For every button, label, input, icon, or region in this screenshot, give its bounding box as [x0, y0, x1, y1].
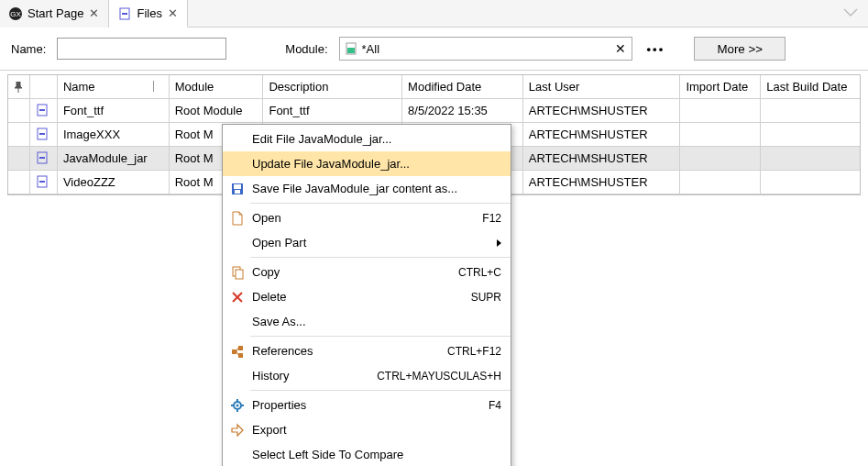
file-icon — [36, 175, 50, 190]
menu-separator — [250, 257, 511, 258]
menu-edit-file[interactable]: Edit File JavaModule_jar... — [223, 127, 511, 151]
module-icon — [344, 41, 358, 56]
svg-rect-11 — [39, 157, 45, 159]
svg-rect-21 — [238, 353, 243, 358]
gear-icon — [228, 396, 247, 415]
file-icon — [118, 7, 131, 20]
svg-rect-20 — [238, 346, 243, 350]
svg-rect-18 — [236, 270, 243, 279]
more-button[interactable]: More >> — [694, 37, 786, 61]
menu-open[interactable]: Open F12 — [223, 205, 511, 230]
column-name[interactable]: Name — [58, 75, 170, 99]
svg-point-23 — [236, 404, 239, 406]
svg-rect-3 — [122, 13, 127, 15]
module-value: *All — [362, 42, 610, 56]
svg-rect-19 — [232, 350, 236, 354]
file-icon — [36, 104, 50, 118]
column-description[interactable]: Description — [263, 75, 402, 99]
menu-separator — [250, 203, 511, 204]
copy-icon — [228, 263, 247, 282]
tab-files[interactable]: Files ✕ — [109, 0, 187, 28]
close-icon[interactable]: ✕ — [168, 6, 178, 20]
svg-rect-15 — [234, 184, 241, 189]
close-icon[interactable]: ✕ — [89, 6, 99, 20]
name-label: Name: — [11, 42, 46, 56]
grid-header: Name Module Description Modified Date La… — [8, 75, 860, 99]
menu-copy[interactable]: Copy CTRL+C — [223, 260, 511, 284]
tab-label: Files — [137, 6, 161, 20]
column-icon[interactable] — [30, 75, 58, 99]
svg-rect-7 — [39, 109, 45, 111]
menu-save-content-as[interactable]: Save File JavaModule_jar content as... — [223, 176, 511, 201]
svg-rect-5 — [347, 48, 355, 53]
pin-icon — [14, 82, 24, 93]
module-label: Module: — [285, 42, 327, 56]
blank-icon — [228, 367, 247, 385]
menu-separator — [250, 390, 511, 391]
column-last-user[interactable]: Last User — [523, 75, 681, 99]
menu-update-file[interactable]: Update File JavaModule_jar... — [223, 151, 511, 176]
blank-icon — [228, 130, 247, 149]
menu-delete[interactable]: Delete SUPR — [223, 284, 511, 309]
tab-label: Start Page — [27, 6, 83, 20]
blank-icon — [228, 234, 247, 252]
svg-rect-16 — [235, 190, 240, 194]
export-icon — [228, 421, 247, 439]
menu-compare[interactable]: Select Left Side To Compare — [223, 442, 511, 466]
context-menu: Edit File JavaModule_jar... Update File … — [222, 124, 511, 466]
save-icon — [228, 180, 247, 198]
table-row[interactable]: Font_ttf Root Module Font_ttf 8/5/2022 1… — [8, 99, 860, 123]
file-icon — [36, 128, 50, 142]
menu-references[interactable]: References CTRL+F12 — [223, 338, 511, 363]
clear-icon[interactable]: ✕ — [613, 41, 628, 56]
submenu-arrow-icon — [497, 239, 501, 247]
gx-logo-icon: GX — [9, 7, 22, 20]
filter-bar: Name: Module: *All ✕ ••• More >> — [0, 28, 868, 71]
column-last-build-date[interactable]: Last Build Date — [761, 75, 860, 99]
column-modified-date[interactable]: Modified Date — [402, 75, 523, 99]
ellipsis-button[interactable]: ••• — [643, 42, 669, 56]
column-pin[interactable] — [8, 75, 30, 99]
tab-start-page[interactable]: GX Start Page ✕ — [0, 0, 109, 28]
delete-icon — [228, 288, 247, 306]
menu-separator — [250, 336, 511, 337]
menu-properties[interactable]: Properties F4 — [223, 393, 511, 417]
column-import-date[interactable]: Import Date — [680, 75, 761, 99]
menu-export[interactable]: Export — [223, 417, 511, 442]
menu-open-part[interactable]: Open Part — [223, 230, 511, 255]
menu-history[interactable]: History CTRL+MAYUSCULAS+H — [223, 363, 511, 388]
module-selector[interactable]: *All ✕ — [339, 37, 632, 61]
menu-save-as[interactable]: Save As... — [223, 309, 511, 334]
file-icon — [36, 151, 50, 166]
name-input[interactable] — [57, 38, 226, 60]
blank-icon — [228, 313, 247, 331]
svg-rect-13 — [39, 181, 45, 183]
references-icon — [228, 342, 247, 361]
svg-rect-9 — [39, 133, 45, 135]
tab-bar: GX Start Page ✕ Files ✕ — [0, 0, 868, 28]
blank-icon — [228, 446, 247, 464]
blank-icon — [228, 155, 247, 173]
svg-text:GX: GX — [10, 10, 21, 18]
column-module[interactable]: Module — [170, 75, 264, 99]
document-icon — [228, 209, 247, 227]
chevron-down-icon[interactable] — [841, 6, 861, 20]
